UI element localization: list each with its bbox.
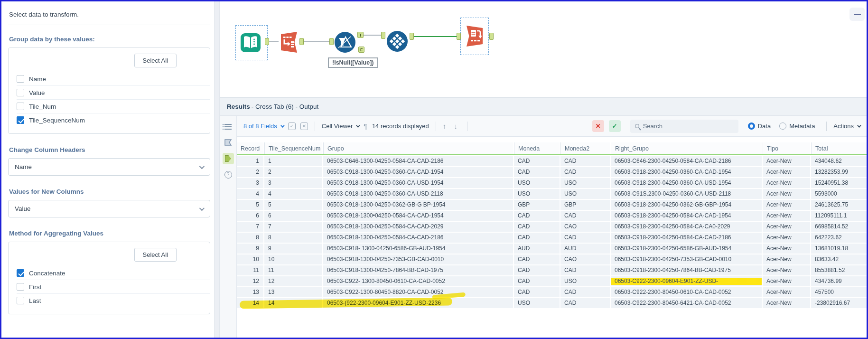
cancel-button[interactable]: ✕ <box>592 120 604 132</box>
table-cell[interactable]: 8 <box>264 233 322 243</box>
canvas-collapse-button[interactable] <box>849 8 865 21</box>
table-cell[interactable]: 06503-(922-2300-09604-E901-ZZ-USD-2236 <box>323 298 513 308</box>
transpose-tool[interactable] <box>279 31 299 56</box>
aggregation-select-all-button[interactable]: Select All <box>134 248 177 262</box>
table-cell[interactable]: USO <box>560 178 610 188</box>
column-header-tile_sequencenum[interactable]: Tile_SequenceNum <box>264 142 322 154</box>
column-header-grupo[interactable]: Grupo <box>323 142 513 154</box>
table-cell[interactable]: 112095111.1 <box>811 211 867 221</box>
table-cell[interactable]: 3 <box>237 178 263 188</box>
fields-dropdown[interactable]: 8 of 8 Fields <box>243 122 283 130</box>
filter-false-anchor[interactable]: F <box>358 47 364 53</box>
checkbox-unchecked-icon[interactable] <box>17 297 24 304</box>
group-field-row-tile-sequencenum[interactable]: Tile_SequenceNum <box>17 113 210 127</box>
table-cell[interactable]: 457500 <box>811 287 867 297</box>
table-cell[interactable]: CAD <box>514 222 560 232</box>
table-cell[interactable]: 12 <box>237 276 263 286</box>
table-cell[interactable]: CAD <box>514 254 560 264</box>
table-cell[interactable]: 06503-C922-2300-80450-6421-CA-CAD-0052 <box>611 298 762 308</box>
table-cell[interactable]: 06503-C922-2300-09604-E901-ZZ-USD- <box>611 276 762 286</box>
table-cell[interactable]: 06503-C918-1300-04250-0360-CA-CAD-1954 <box>323 167 513 177</box>
table-cell[interactable]: 06503-C918-2300-04250-0360-CA-USD-1954 <box>611 178 762 188</box>
table-cell[interactable]: 06503-C918-2300-04250-7864-BB-CAD-1975 <box>611 265 762 275</box>
checkbox-unchecked-icon[interactable] <box>17 103 24 110</box>
table-cell[interactable]: 15240951.38 <box>811 178 867 188</box>
data-radio[interactable]: Data <box>748 122 771 130</box>
table-cell[interactable]: Acer-New <box>763 298 810 308</box>
agg-method-row-concatenate[interactable]: Concatenate <box>17 266 210 280</box>
table-cell[interactable]: GBP <box>514 200 560 210</box>
table-cell[interactable]: CAD <box>514 276 560 286</box>
scroll-up-down-icons[interactable]: ↑ ↓ <box>443 122 460 130</box>
column-header-moneda2[interactable]: Moneda2 <box>560 142 610 154</box>
table-cell[interactable]: 14 <box>237 298 263 308</box>
table-cell[interactable]: Acer-New <box>763 211 810 221</box>
table-cell[interactable]: AUD <box>514 244 560 254</box>
table-cell[interactable]: 13 <box>237 287 263 297</box>
agg-method-row-first[interactable]: First <box>17 280 210 294</box>
table-cell[interactable]: -23802916.67 <box>811 298 867 308</box>
table-cell[interactable]: CAD <box>560 265 610 275</box>
table-cell[interactable]: 24613625.75 <box>811 200 867 210</box>
checkbox-checked-icon[interactable] <box>17 269 24 277</box>
table-cell[interactable]: USO <box>514 178 560 188</box>
column-headers-dropdown[interactable]: Name <box>8 158 210 176</box>
table-cell[interactable]: 06503-C922-1300-80450-8820-CA-CAD-0052 <box>323 287 513 297</box>
column-header-right_grupo[interactable]: Right_Grupo <box>611 142 762 154</box>
table-cell[interactable]: 13 <box>264 287 322 297</box>
table-cell[interactable]: USO <box>560 189 610 199</box>
table-cell[interactable]: 66985814.52 <box>811 222 867 232</box>
table-cell[interactable]: 3 <box>264 178 322 188</box>
group-field-row-name[interactable]: Name <box>17 72 210 86</box>
table-cell[interactable]: Acer-New <box>763 287 810 297</box>
cross-tab-tool[interactable] <box>465 25 485 49</box>
table-cell[interactable]: 11 <box>264 265 322 275</box>
table-cell[interactable]: 5593000 <box>811 189 867 199</box>
table-cell[interactable]: 434736.99 <box>811 276 867 286</box>
table-cell[interactable]: 06503-C646-1300-04250-0584-CA-CAD-2186 <box>323 156 513 166</box>
group-field-row-tile-num[interactable]: Tile_Num <box>17 100 210 113</box>
table-cell[interactable]: CAD <box>560 167 610 177</box>
deselect-fields-icon[interactable]: ✕ <box>300 122 308 130</box>
table-cell[interactable]: 1 <box>264 156 322 166</box>
table-cell[interactable]: 4 <box>264 189 322 199</box>
table-cell[interactable]: USO <box>514 298 560 308</box>
table-cell[interactable]: 8553881.52 <box>811 265 867 275</box>
table-cell[interactable]: 06503-C918-2300-04250-7353-GB-CAD-0010 <box>611 254 762 264</box>
crosstab-output-anchor[interactable] <box>489 33 494 40</box>
table-cell[interactable]: Acer-New <box>763 244 810 254</box>
table-cell[interactable]: AUD <box>560 244 610 254</box>
table-cell[interactable]: 642223.62 <box>811 233 867 243</box>
table-cell[interactable]: 06503-C918-2300-04250-0584-CA-CA0-2029 <box>611 222 762 232</box>
tile-tool[interactable] <box>386 30 409 55</box>
table-cell[interactable]: 13681019.18 <box>811 244 867 254</box>
table-cell[interactable]: 5 <box>237 200 263 210</box>
table-cell[interactable]: CAO <box>560 254 610 264</box>
table-cell[interactable]: 6 <box>264 211 322 221</box>
table-cell[interactable]: 9 <box>264 244 322 254</box>
table-cell[interactable]: 11 <box>237 265 263 275</box>
table-cell[interactable]: CAD <box>514 287 560 297</box>
input-anchor-icon[interactable] <box>223 137 233 148</box>
table-cell[interactable]: 4 <box>237 189 263 199</box>
checkbox-checked-icon[interactable] <box>17 116 24 124</box>
group-field-row-value[interactable]: Value <box>17 86 210 100</box>
table-cell[interactable]: 06503-C918-2300-04250-6586-GB-AUD-1954 <box>611 244 762 254</box>
table-cell[interactable]: 06503-C918-1300-04250-0584-CA-CAD-2029 <box>323 222 513 232</box>
table-cell[interactable]: 2 <box>237 167 263 177</box>
table-cell[interactable]: 06503-C91S.2300-04250-0360-CA-USD-2118 <box>611 189 762 199</box>
table-cell[interactable]: 06503-C918-1300-04250-0360-CA-USD-2118 <box>323 189 513 199</box>
table-cell[interactable]: Acer-New <box>763 167 810 177</box>
table-cell[interactable]: CAD <box>560 211 610 221</box>
input-data-tool[interactable] <box>240 32 261 56</box>
table-cell[interactable]: 06503-C918- 1300-04250-6586-GB-AUD-1954 <box>323 244 513 254</box>
table-cell[interactable]: Acer-New <box>763 189 810 199</box>
filter-tool[interactable] <box>334 31 356 56</box>
table-cell[interactable]: USO <box>514 189 560 199</box>
tile-output-anchor[interactable] <box>410 33 414 40</box>
table-cell[interactable]: 06503-C918-1300-04250-0362-GB-G BP-1954 <box>323 200 513 210</box>
table-cell[interactable]: 7 <box>264 222 322 232</box>
cell-viewer-dropdown[interactable]: Cell Viewer <box>322 122 359 130</box>
table-cell[interactable]: CAD <box>514 156 560 166</box>
table-cell[interactable]: Acer-New <box>763 265 810 275</box>
